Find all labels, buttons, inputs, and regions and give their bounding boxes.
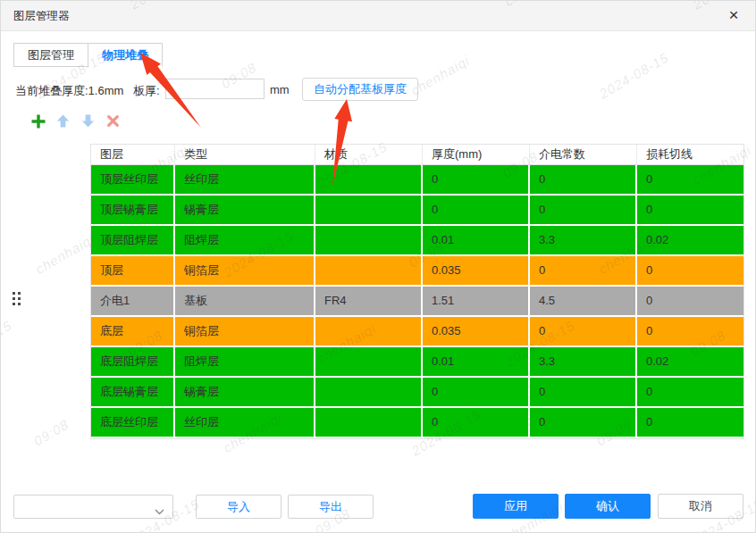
board-thickness-input[interactable] xyxy=(165,79,265,99)
unit-label: mm xyxy=(270,83,290,96)
cell-dielectric[interactable]: 3.3 xyxy=(530,226,637,254)
cell-loss[interactable]: 0 xyxy=(637,287,743,315)
table-header-row: 图层类型材质厚度(mm)介电常数损耗切线 xyxy=(91,145,743,165)
cell-thickness[interactable]: 0 xyxy=(423,408,530,437)
column-header: 类型 xyxy=(175,145,315,164)
watermark-text: 2024-08-15 xyxy=(597,49,672,101)
cell-thickness[interactable]: 0.01 xyxy=(423,347,530,376)
table-row[interactable]: 顶层阻焊层阻焊层0.013.30.02 xyxy=(91,226,743,254)
watermark-text: chenhaiqi xyxy=(33,231,97,277)
cell-material[interactable] xyxy=(315,317,423,346)
cell-dielectric[interactable]: 3.3 xyxy=(530,347,637,376)
cancel-button[interactable]: 取消 xyxy=(658,494,743,519)
column-header: 损耗切线 xyxy=(637,145,743,164)
cell-thickness[interactable]: 0 xyxy=(423,165,530,194)
cell-type[interactable]: 基板 xyxy=(175,287,315,315)
column-header: 材质 xyxy=(315,145,423,164)
apply-button[interactable]: 应用 xyxy=(473,494,559,519)
cell-dielectric[interactable]: 0 xyxy=(530,378,637,406)
cell-thickness[interactable]: 0.035 xyxy=(423,256,530,285)
cell-loss[interactable]: 0.02 xyxy=(637,226,743,254)
column-header: 介电常数 xyxy=(530,145,637,164)
table-row[interactable]: 顶层锡膏层锡膏层000 xyxy=(91,196,743,224)
tab-bar: 图层管理物理堆叠 xyxy=(13,43,163,67)
cell-type[interactable]: 丝印层 xyxy=(175,165,315,194)
cell-layer[interactable]: 底层 xyxy=(91,317,175,346)
cell-dielectric[interactable]: 0 xyxy=(530,256,637,285)
confirm-button[interactable]: 确认 xyxy=(565,494,651,519)
table-row[interactable]: 介电1基板FR41.514.50 xyxy=(91,287,743,315)
x-icon[interactable] xyxy=(105,112,122,129)
cell-dielectric[interactable]: 4.5 xyxy=(530,287,637,315)
cell-material[interactable] xyxy=(315,165,423,194)
preset-select[interactable] xyxy=(13,495,173,519)
dialog-title: 图层管理器 xyxy=(13,1,70,31)
cell-dielectric[interactable]: 0 xyxy=(530,408,637,437)
cell-material[interactable] xyxy=(315,378,423,406)
tab-physical-stackup[interactable]: 物理堆叠 xyxy=(88,43,163,67)
cell-thickness[interactable]: 0.035 xyxy=(423,317,530,346)
table-row[interactable]: 底层阻焊层阻焊层0.013.30.02 xyxy=(91,347,743,376)
cell-loss[interactable]: 0 xyxy=(637,196,743,224)
cell-material[interactable] xyxy=(315,196,423,224)
export-button[interactable]: 导出 xyxy=(288,495,374,519)
cell-dielectric[interactable]: 0 xyxy=(530,196,637,224)
cell-material[interactable] xyxy=(315,408,423,437)
cell-thickness[interactable]: 0 xyxy=(423,378,530,406)
watermark-text: 2024-08-15 xyxy=(1,317,14,369)
cell-thickness[interactable]: 0 xyxy=(423,196,530,224)
cell-loss[interactable]: 0.02 xyxy=(637,347,743,376)
plus-icon[interactable] xyxy=(29,112,46,129)
row-drag-handle[interactable] xyxy=(13,292,21,305)
cell-layer[interactable]: 底层阻焊层 xyxy=(91,347,175,376)
stackup-table: 图层类型材质厚度(mm)介电常数损耗切线 顶层丝印层丝印层000顶层锡膏层锡膏层… xyxy=(90,144,744,439)
cell-thickness[interactable]: 0.01 xyxy=(423,226,530,254)
cell-type[interactable]: 丝印层 xyxy=(175,408,315,437)
column-header: 厚度(mm) xyxy=(423,145,530,164)
layer-toolbar xyxy=(29,112,122,129)
cell-loss[interactable]: 0 xyxy=(637,378,743,406)
cell-type[interactable]: 阻焊层 xyxy=(175,226,315,254)
current-stack-thickness-label: 当前堆叠厚度:1.6mm xyxy=(15,83,123,99)
table-row[interactable]: 底层铜箔层0.03500 xyxy=(91,317,743,346)
cell-layer[interactable]: 顶层 xyxy=(91,256,175,285)
cell-material[interactable] xyxy=(315,256,423,285)
auto-assign-thickness-button[interactable]: 自动分配基板厚度 xyxy=(302,78,418,101)
titlebar[interactable]: 图层管理器 × xyxy=(1,1,756,31)
cell-type[interactable]: 阻焊层 xyxy=(175,347,315,376)
cell-loss[interactable]: 0 xyxy=(637,256,743,285)
tab-layer-management[interactable]: 图层管理 xyxy=(13,43,88,67)
watermark-text: chenhaiqi xyxy=(1,499,4,532)
cell-dielectric[interactable]: 0 xyxy=(530,317,637,346)
close-icon[interactable]: × xyxy=(723,4,744,26)
board-thickness-label: 板厚: xyxy=(133,83,160,99)
chevron-down-icon xyxy=(155,503,164,519)
table-row[interactable]: 底层锡膏层锡膏层000 xyxy=(91,378,743,406)
cell-type[interactable]: 锡膏层 xyxy=(175,378,315,406)
cell-loss[interactable]: 0 xyxy=(637,317,743,346)
cell-material[interactable]: FR4 xyxy=(315,287,423,315)
cell-layer[interactable]: 底层丝印层 xyxy=(91,408,175,437)
cell-loss[interactable]: 0 xyxy=(637,408,743,437)
cell-material[interactable] xyxy=(315,347,423,376)
table-row[interactable]: 顶层铜箔层0.03500 xyxy=(91,256,743,285)
cell-thickness[interactable]: 1.51 xyxy=(423,287,530,315)
cell-loss[interactable]: 0 xyxy=(637,165,743,194)
cell-layer[interactable]: 底层锡膏层 xyxy=(91,378,175,406)
table-row[interactable]: 底层丝印层丝印层000 xyxy=(91,408,743,437)
arrow-down-icon[interactable] xyxy=(80,112,97,129)
column-header: 图层 xyxy=(91,145,175,164)
cell-layer[interactable]: 顶层丝印层 xyxy=(91,165,175,194)
cell-layer[interactable]: 顶层阻焊层 xyxy=(91,226,175,254)
import-button[interactable]: 导入 xyxy=(196,495,281,519)
cell-type[interactable]: 锡膏层 xyxy=(175,196,315,224)
cell-dielectric[interactable]: 0 xyxy=(530,165,637,194)
cell-layer[interactable]: 顶层锡膏层 xyxy=(91,196,175,224)
cell-material[interactable] xyxy=(315,226,423,254)
arrow-up-icon[interactable] xyxy=(55,112,71,129)
table-row[interactable]: 顶层丝印层丝印层000 xyxy=(91,165,743,194)
cell-type[interactable]: 铜箔层 xyxy=(175,317,315,346)
cell-layer[interactable]: 介电1 xyxy=(91,287,175,315)
watermark-text: 09:08 xyxy=(31,417,71,449)
cell-type[interactable]: 铜箔层 xyxy=(175,256,315,285)
